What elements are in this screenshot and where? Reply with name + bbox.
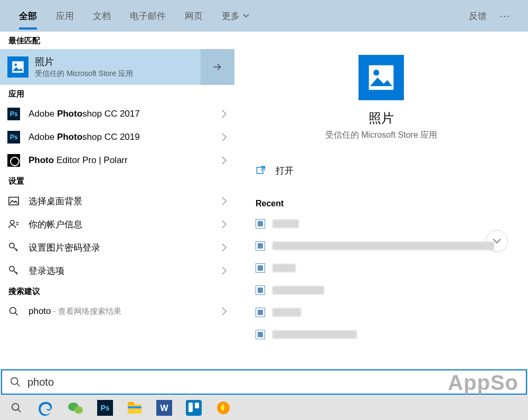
- recent-item-name: [272, 330, 357, 339]
- image-file-icon: [256, 263, 265, 273]
- taskbar-photoshop-icon[interactable]: Ps: [96, 399, 114, 417]
- chevron-right-icon: [221, 196, 227, 206]
- chevron-right-icon: [221, 109, 227, 119]
- image-file-icon: [256, 308, 265, 317]
- tab-all[interactable]: 全部: [10, 0, 46, 32]
- app-result-label: Adobe Photoshop CC 2017: [29, 109, 221, 119]
- detail-title: 照片: [369, 110, 394, 127]
- photos-app-icon: [359, 55, 404, 100]
- recent-item[interactable]: [256, 213, 507, 235]
- svg-rect-9: [257, 167, 263, 174]
- tab-label: 文档: [93, 10, 111, 22]
- chevron-right-icon: [221, 242, 227, 253]
- section-best-match: 最佳匹配: [0, 32, 234, 49]
- tab-label: 网页: [185, 10, 203, 22]
- app-result-label: Adobe Photoshop CC 2019: [29, 132, 221, 142]
- taskbar-wechat-icon[interactable]: [67, 399, 84, 417]
- tab-label: 电子邮件: [130, 10, 166, 22]
- tab-label: 应用: [56, 10, 74, 22]
- svg-point-8: [373, 70, 379, 75]
- setting-label: 选择桌面背景: [29, 195, 221, 207]
- tab-documents[interactable]: 文档: [83, 0, 120, 32]
- chevron-down-icon: [243, 14, 249, 18]
- tab-web[interactable]: 网页: [175, 0, 212, 32]
- search-input[interactable]: [27, 376, 518, 388]
- app-result-photoshop-2017[interactable]: Ps Adobe Photoshop CC 2017: [0, 102, 234, 126]
- results-list: 最佳匹配 照片 受信任的 Microsoft Store 应用 应用 Ps Ad…: [0, 32, 234, 369]
- svg-rect-16: [128, 406, 142, 408]
- chevron-right-icon: [221, 132, 227, 142]
- best-match-result[interactable]: 照片 受信任的 Microsoft Store 应用: [0, 49, 234, 85]
- search-filter-tabs: 全部 应用 文档 电子邮件 网页 更多 反馈 ⋯: [0, 0, 528, 32]
- overflow-menu-button[interactable]: ⋯: [492, 9, 518, 22]
- app-result-label: Photo Editor Pro | Polarr: [29, 155, 221, 166]
- section-suggestions: 搜索建议: [0, 282, 234, 300]
- search-icon: [10, 376, 21, 388]
- detail-subtitle: 受信任的 Microsoft Store 应用: [325, 130, 437, 141]
- image-file-icon: [256, 241, 265, 251]
- svg-point-5: [10, 266, 14, 271]
- suggestion-text: photo - 查看网络搜索结果: [29, 306, 221, 317]
- feedback-link[interactable]: 反馈: [464, 10, 492, 22]
- setting-signin-options[interactable]: 登录选项: [0, 259, 234, 282]
- best-match-title: 照片: [35, 55, 201, 68]
- setting-label: 你的帐户信息: [29, 218, 221, 231]
- search-results-body: 最佳匹配 照片 受信任的 Microsoft Store 应用 应用 Ps Ad…: [0, 32, 528, 369]
- recent-list: [234, 213, 528, 346]
- recent-section-label: Recent: [234, 188, 528, 213]
- tab-more[interactable]: 更多: [212, 0, 259, 32]
- taskbar-explorer-icon[interactable]: [126, 399, 144, 417]
- taskbar-word-icon[interactable]: W: [155, 399, 173, 417]
- setting-picture-password[interactable]: 设置图片密码登录: [0, 236, 234, 259]
- taskbar-app-icon[interactable]: [214, 399, 232, 417]
- best-match-texts: 照片 受信任的 Microsoft Store 应用: [35, 55, 201, 79]
- recent-item-name: [272, 286, 324, 294]
- recent-item[interactable]: [256, 323, 507, 346]
- svg-rect-19: [186, 400, 202, 416]
- app-result-polarr[interactable]: Photo Editor Pro | Polarr: [0, 149, 234, 172]
- search-box[interactable]: [1, 369, 527, 395]
- key-icon: [7, 241, 20, 254]
- search-icon: [7, 305, 20, 318]
- tab-label: 全部: [19, 10, 37, 22]
- photoshop-icon: Ps: [7, 108, 20, 120]
- svg-rect-15: [128, 402, 134, 405]
- svg-rect-20: [188, 403, 193, 412]
- open-label: 打开: [276, 165, 294, 177]
- svg-point-4: [10, 243, 14, 248]
- taskbar-search-icon[interactable]: [7, 399, 25, 417]
- taskbar-trello-icon[interactable]: [185, 399, 203, 417]
- svg-point-3: [11, 221, 14, 224]
- image-file-icon: [256, 219, 265, 228]
- recent-item-name: [272, 264, 296, 272]
- chevron-right-icon: [221, 219, 227, 230]
- setting-label: 设置图片密码登录: [29, 242, 221, 254]
- tab-email[interactable]: 电子邮件: [120, 0, 175, 32]
- taskbar-edge-icon[interactable]: [37, 399, 55, 417]
- best-match-expand-button[interactable]: [201, 49, 234, 85]
- chevron-right-icon: [221, 306, 227, 317]
- recent-item[interactable]: [256, 279, 507, 301]
- svg-point-11: [12, 404, 19, 411]
- recent-item[interactable]: [256, 301, 507, 323]
- setting-account-info[interactable]: 你的帐户信息: [0, 213, 234, 236]
- photoshop-icon: Ps: [7, 131, 20, 144]
- web-suggestion[interactable]: photo - 查看网络搜索结果: [0, 300, 234, 323]
- svg-point-1: [14, 63, 17, 66]
- key-icon: [7, 264, 20, 277]
- svg-rect-2: [9, 197, 18, 205]
- app-result-photoshop-2019[interactable]: Ps Adobe Photoshop CC 2019: [0, 126, 234, 149]
- result-detail-pane: 照片 受信任的 Microsoft Store 应用 打开 Recent: [234, 32, 528, 369]
- image-file-icon: [256, 330, 265, 339]
- setting-desktop-background[interactable]: 选择桌面背景: [0, 189, 234, 213]
- taskbar: Ps W: [0, 396, 528, 420]
- recent-item-name: [272, 308, 301, 317]
- recent-item[interactable]: [256, 235, 507, 257]
- tab-label: 更多: [222, 10, 240, 22]
- open-icon: [256, 165, 268, 176]
- section-apps: 应用: [0, 85, 234, 102]
- recent-item[interactable]: [256, 257, 507, 279]
- recent-item-name: [272, 219, 299, 228]
- tab-apps[interactable]: 应用: [46, 0, 83, 32]
- open-action[interactable]: 打开: [256, 159, 507, 182]
